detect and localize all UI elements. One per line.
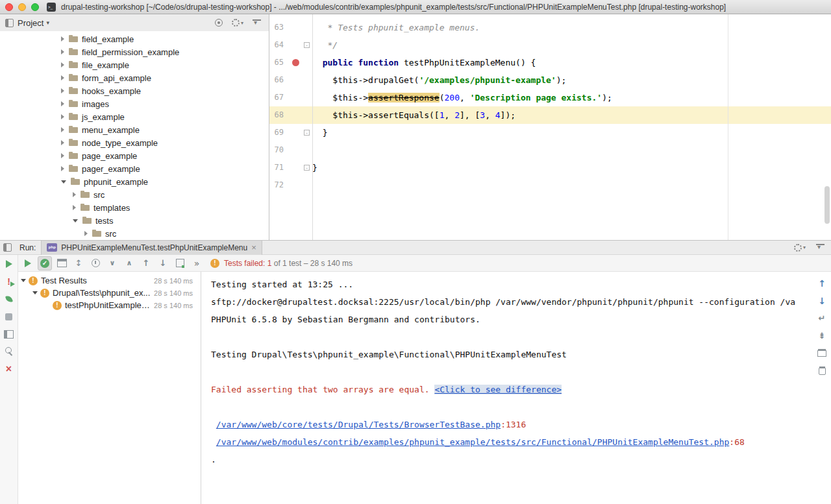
project-tree-item[interactable]: menu_example — [0, 123, 269, 136]
project-tree-item[interactable]: hooks_example — [0, 84, 269, 97]
console-link[interactable]: /var/www/web/modules/contrib/examples/ph… — [216, 437, 730, 447]
editor-line[interactable]: 65 public function testPhpUnitExampleMen… — [269, 54, 831, 71]
fold-marker-icon[interactable]: - — [304, 130, 310, 136]
test-tree-item[interactable]: Test Results28 s 140 ms — [18, 274, 201, 287]
run-tool-window-icon — [3, 243, 12, 252]
console-link[interactable]: <Click to see difference> — [434, 385, 562, 394]
chevron-right-icon[interactable] — [73, 205, 76, 210]
soft-wrap-icon[interactable] — [815, 311, 829, 326]
editor-scrollbar[interactable] — [825, 186, 830, 224]
print-icon[interactable] — [815, 346, 829, 361]
project-header-label[interactable]: Project — [18, 18, 43, 28]
more-icon[interactable] — [190, 256, 204, 270]
scroll-to-end-icon[interactable] — [815, 329, 829, 343]
chevron-right-icon[interactable] — [61, 36, 64, 42]
import-test-results-icon[interactable] — [173, 256, 187, 270]
breakpoint-icon[interactable] — [292, 59, 299, 66]
gutter-marker-area — [284, 141, 312, 159]
locate-file-icon[interactable] — [215, 19, 223, 27]
editor-line[interactable]: 64- */ — [269, 36, 831, 54]
chevron-down-icon[interactable]: ▾ — [46, 19, 49, 26]
chevron-right-icon[interactable] — [73, 192, 76, 197]
next-failed-test-icon[interactable] — [156, 256, 170, 270]
test-tree-item[interactable]: testPhpUnitExampleM...28 s 140 ms — [18, 299, 201, 311]
project-tree-item[interactable]: images — [0, 97, 269, 110]
minimize-window-button[interactable] — [18, 3, 26, 11]
chevron-right-icon[interactable] — [61, 49, 64, 54]
restore-layout-icon[interactable] — [2, 327, 16, 341]
show-ignored-icon[interactable] — [55, 256, 69, 270]
console-link[interactable]: /var/www/web/core/tests/Drupal/Tests/Bro… — [216, 420, 501, 429]
project-tree-item[interactable]: field_example — [0, 32, 269, 45]
close-icon[interactable] — [2, 362, 16, 376]
collapse-all-icon[interactable] — [122, 256, 136, 270]
chevron-right-icon[interactable] — [61, 140, 64, 145]
editor-line[interactable]: 69- } — [269, 124, 831, 141]
sort-by-duration-icon[interactable] — [88, 256, 103, 270]
close-window-button[interactable] — [5, 3, 13, 11]
up-stack-trace-icon[interactable] — [815, 276, 829, 291]
hide-panel-icon[interactable] — [816, 244, 825, 251]
zoom-window-button[interactable] — [31, 3, 39, 11]
project-tree-item[interactable]: field_permission_example — [0, 45, 269, 58]
test-tree-item[interactable]: Drupal\Tests\phpunit_ex...28 s 140 ms — [18, 287, 201, 299]
chevron-down-icon[interactable] — [32, 291, 38, 294]
close-tab-icon[interactable] — [251, 243, 256, 252]
editor-line[interactable]: 70 — [269, 141, 831, 159]
project-tree-item[interactable]: page_example — [0, 149, 269, 162]
chevron-right-icon[interactable] — [61, 153, 64, 158]
project-tree-item[interactable]: phpunit_example — [0, 175, 269, 188]
editor-line[interactable]: 71-} — [269, 159, 831, 176]
rerun-icon[interactable] — [2, 257, 16, 271]
fold-marker-icon[interactable]: - — [304, 42, 310, 48]
rerun-failed-tests-icon[interactable] — [2, 274, 16, 289]
test-failed-icon — [53, 301, 62, 310]
project-tree-item[interactable]: js_example — [0, 110, 269, 123]
run-tab[interactable]: PHPUnitExampleMenuTest.testPhpUnitExampl… — [41, 241, 262, 255]
chevron-right-icon[interactable] — [84, 231, 88, 236]
console-text: Testing started at 13:25 ... — [211, 280, 353, 289]
settings-gear-button[interactable]: ▾ — [232, 19, 243, 27]
chevron-right-icon[interactable] — [61, 62, 64, 67]
hide-passed-icon[interactable] — [38, 256, 52, 270]
chevron-down-icon[interactable] — [21, 279, 26, 282]
editor-gutter: 68 — [269, 106, 312, 124]
chevron-right-icon[interactable] — [61, 75, 64, 80]
console-output[interactable]: Testing started at 13:25 ...sftp://docke… — [201, 272, 831, 504]
chevron-right-icon[interactable] — [61, 127, 64, 132]
editor-line[interactable]: 72 — [269, 176, 831, 194]
folder-icon — [68, 86, 79, 96]
chevron-down-icon[interactable] — [73, 219, 78, 222]
project-tree-item[interactable]: tests — [0, 214, 269, 227]
sort-alphabetically-icon[interactable] — [71, 256, 86, 270]
run-settings-button[interactable]: ▾ — [794, 244, 806, 252]
previous-failed-test-icon[interactable] — [139, 256, 153, 270]
editor-line[interactable]: 66 $this->drupalGet('/examples/phpunit-e… — [269, 71, 831, 89]
code-text: */ — [312, 36, 338, 54]
clear-all-icon[interactable] — [815, 364, 829, 378]
project-tree-item[interactable]: node_type_example — [0, 136, 269, 149]
project-tree-item[interactable]: src — [0, 188, 269, 201]
project-tree-item[interactable]: src — [0, 227, 269, 240]
project-tree-item[interactable]: templates — [0, 201, 269, 214]
project-tree-item[interactable]: pager_example — [0, 162, 269, 175]
chevron-right-icon[interactable] — [61, 101, 64, 106]
rerun-tests-icon[interactable] — [21, 256, 35, 270]
chevron-down-icon[interactable] — [61, 180, 66, 184]
project-tree-item[interactable]: form_api_example — [0, 71, 269, 84]
down-stack-trace-icon[interactable] — [815, 294, 829, 308]
fold-marker-icon[interactable]: - — [304, 165, 310, 171]
toggle-auto-test-icon[interactable] — [2, 292, 16, 306]
chevron-right-icon[interactable] — [61, 114, 64, 119]
chevron-right-icon[interactable] — [61, 166, 64, 171]
editor-line[interactable]: 68 $this->assertEquals([1, 2], [3, 4]); — [269, 106, 831, 124]
pin-tab-icon[interactable] — [2, 344, 16, 359]
chevron-right-icon[interactable] — [61, 88, 64, 93]
stop-icon[interactable] — [2, 309, 16, 324]
editor-line[interactable]: 63 * Tests phpunit_example menus. — [269, 19, 831, 36]
code-editor[interactable]: 63 * Tests phpunit_example menus.64- */6… — [269, 14, 831, 240]
editor-line[interactable]: 67 $this->assertResponse(200, 'Descripti… — [269, 89, 831, 106]
project-tree-item[interactable]: file_example — [0, 58, 269, 71]
hide-panel-icon[interactable] — [253, 19, 261, 27]
expand-all-icon[interactable] — [105, 256, 119, 270]
